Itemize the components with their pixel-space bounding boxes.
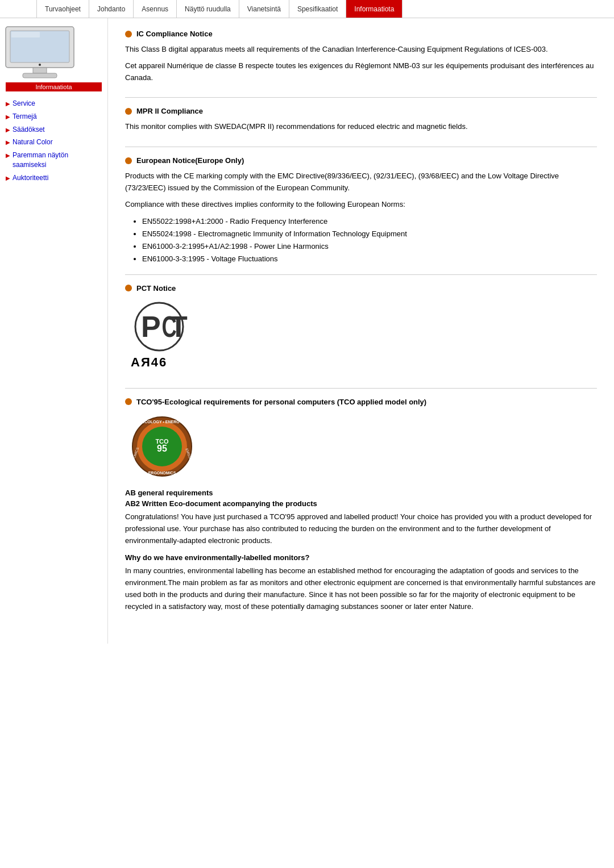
sidebar-item-service[interactable]: ▶ Service bbox=[0, 97, 107, 110]
ic-text1: This Class B digital apparatus meets all… bbox=[125, 44, 597, 56]
top-navigation: Sisältö Turvaohjeet Johdanto Asennus Näy… bbox=[0, 0, 614, 18]
ic-compliance-title: IC Compliance Notice bbox=[125, 30, 597, 38]
nav-tab-informaatiota[interactable]: Informaatiota bbox=[346, 0, 403, 18]
section-dot-icon bbox=[125, 285, 132, 291]
nav-tab-nayto[interactable]: Näyttö ruudulla bbox=[177, 0, 239, 18]
sidebar-item-label: Termejä bbox=[13, 112, 37, 122]
nav-tab-johdanto[interactable]: Johdanto bbox=[89, 0, 134, 18]
ab-general-title: AB general requirements bbox=[125, 489, 597, 497]
svg-text:T: T bbox=[169, 310, 188, 343]
sidebar-item-label: Service bbox=[13, 99, 35, 108]
eu-text1: Products with the CE marking comply with… bbox=[125, 170, 597, 194]
ab2-subtitle: AB2 Written Eco-document acompanying the… bbox=[125, 499, 597, 508]
sidebar-item-auktoriteetti[interactable]: ▶ Auktoriteetti bbox=[0, 172, 107, 185]
sidebar-section-label: Informaatiota bbox=[6, 82, 102, 91]
svg-rect-3 bbox=[33, 68, 47, 73]
svg-text:P: P bbox=[141, 310, 161, 343]
eu-bullet-2: EN55024:1998 - Electromagnetic Immunity … bbox=[142, 228, 597, 240]
ic-text2: Cet appareil Numérique de classe B respe… bbox=[125, 60, 597, 84]
why-title: Why do we have environmentally-labelled … bbox=[125, 553, 597, 562]
section-dot-icon bbox=[125, 31, 132, 37]
european-notice-section: European Notice(Europe Only) Products wi… bbox=[125, 156, 597, 275]
pct-logo: P С T АЯ46 bbox=[131, 302, 199, 370]
main-content: IC Compliance Notice This Class B digita… bbox=[108, 18, 614, 644]
why-text: In many countries, environmental labelli… bbox=[125, 565, 597, 612]
pct-title: PCT Notice bbox=[125, 284, 597, 293]
arrow-icon: ▶ bbox=[6, 126, 10, 134]
mpr-text: This monitor complies with SWEDAC(MPR II… bbox=[125, 121, 597, 133]
eu-bullet-4: EN61000-3-3:1995 - Voltage Fluctuations bbox=[142, 253, 597, 265]
main-container: Informaatiota ▶ Service ▶ Termejä ▶ Sääd… bbox=[0, 18, 614, 644]
eu-title: European Notice(Europe Only) bbox=[125, 156, 597, 165]
section-dot-icon bbox=[125, 108, 132, 115]
sidebar-item-label: Auktoriteetti bbox=[13, 173, 48, 183]
mpr-title: MPR II Compliance bbox=[125, 107, 597, 115]
arrow-icon: ▶ bbox=[6, 113, 10, 121]
tco-title: TCO'95-Ecological requirements for perso… bbox=[125, 398, 597, 406]
sidebar-item-label: Natural Color bbox=[13, 137, 53, 147]
svg-text:ERGONOMICS: ERGONOMICS bbox=[148, 471, 176, 475]
tco-logo: TCO 95 ECOLOGY • ENERGY ECONOMICS EMISSI… bbox=[131, 415, 597, 479]
arrow-icon: ▶ bbox=[6, 100, 10, 108]
pct-section: PCT Notice P С T АЯ46 bbox=[125, 284, 597, 389]
eu-bullet-3: EN61000-3-2:1995+A1/A2:1998 - Power Line… bbox=[142, 240, 597, 253]
sidebar-item-saadokset[interactable]: ▶ Säädökset bbox=[0, 123, 107, 136]
svg-text:ECOLOGY • ENERGY: ECOLOGY • ENERGY bbox=[142, 420, 182, 424]
arrow-icon: ▶ bbox=[6, 174, 10, 182]
arrow-icon: ▶ bbox=[6, 152, 10, 160]
eu-bullet-list: EN55022:1998+A1:2000 - Radio Frequency I… bbox=[142, 215, 597, 265]
svg-point-5 bbox=[39, 64, 41, 66]
svg-rect-4 bbox=[23, 73, 57, 78]
nav-tab-turvaohjeet[interactable]: Turvaohjeet bbox=[37, 0, 89, 18]
ab-general-section: AB general requirements AB2 Written Eco-… bbox=[125, 489, 597, 613]
nav-tab-sisalto[interactable]: Sisältö bbox=[0, 0, 37, 18]
sidebar: Informaatiota ▶ Service ▶ Termejä ▶ Sääd… bbox=[0, 18, 108, 644]
section-dot-icon bbox=[125, 157, 132, 164]
sidebar-item-label: Paremman näytön saamiseksi bbox=[13, 151, 102, 170]
svg-rect-2 bbox=[11, 32, 40, 37]
sidebar-item-label: Säädökset bbox=[13, 125, 45, 135]
mpr-section: MPR II Compliance This monitor complies … bbox=[125, 107, 597, 147]
tco-section: TCO'95-Ecological requirements for perso… bbox=[125, 398, 597, 627]
ab2-text: Congratulations! You have just purchased… bbox=[125, 511, 597, 546]
sidebar-item-termeja[interactable]: ▶ Termejä bbox=[0, 110, 107, 123]
section-dot-icon bbox=[125, 398, 132, 405]
sidebar-item-naturalcolor[interactable]: ▶ Natural Color bbox=[0, 136, 107, 149]
arrow-icon: ▶ bbox=[6, 139, 10, 147]
eu-text2: Compliance with these directives implies… bbox=[125, 199, 597, 211]
nav-tab-spesifikaatiot[interactable]: Spesifikaatiot bbox=[289, 0, 346, 18]
ic-compliance-section: IC Compliance Notice This Class B digita… bbox=[125, 30, 597, 98]
monitor-illustration bbox=[0, 24, 107, 82]
eu-bullet-1: EN55022:1998+A1:2000 - Radio Frequency I… bbox=[142, 215, 597, 228]
nav-tab-asennus[interactable]: Asennus bbox=[134, 0, 177, 18]
sidebar-item-paremman[interactable]: ▶ Paremman näytön saamiseksi bbox=[0, 149, 107, 172]
svg-text:95: 95 bbox=[157, 444, 167, 453]
pct-label: АЯ46 bbox=[131, 355, 167, 370]
nav-tab-vianetsinta[interactable]: Vianetsintä bbox=[239, 0, 289, 18]
